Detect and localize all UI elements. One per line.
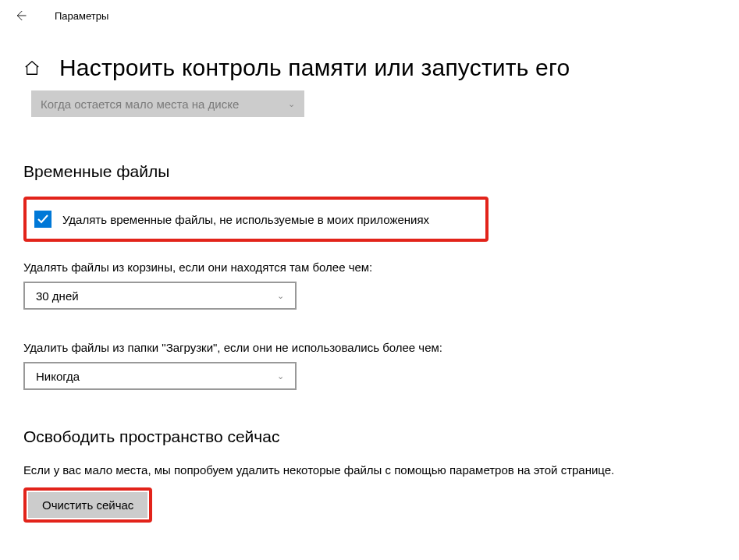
titlebar: Параметры: [0, 0, 739, 31]
chevron-down-icon: ⌄: [277, 291, 284, 301]
delete-temp-files-checkbox[interactable]: [34, 211, 52, 228]
downloads-select[interactable]: Никогда ⌄: [23, 362, 297, 390]
arrow-left-icon: [13, 9, 27, 23]
chevron-down-icon: ⌄: [277, 371, 284, 381]
recycle-bin-value: 30 дней: [36, 289, 79, 303]
delete-temp-files-label: Удалять временные файлы, не используемые…: [62, 213, 429, 226]
back-button[interactable]: [11, 6, 30, 25]
app-title: Параметры: [55, 10, 108, 22]
chevron-down-icon: ⌄: [288, 99, 295, 109]
run-storage-sense-dropdown[interactable]: Когда остается мало места на диске ⌄: [31, 90, 304, 117]
downloads-value: Никогда: [36, 370, 80, 383]
header-row: Настроить контроль памяти или запустить …: [0, 31, 739, 89]
delete-temp-files-row: Удалять временные файлы, не используемые…: [23, 197, 489, 242]
freeup-description: Если у вас мало места, мы попробуем удал…: [23, 463, 716, 477]
home-icon: [23, 59, 41, 76]
clear-now-button[interactable]: Очистить сейчас: [28, 492, 147, 518]
checkmark-icon: [37, 213, 49, 225]
freeup-heading: Освободить пространство сейчас: [23, 427, 716, 446]
home-button[interactable]: [23, 59, 41, 76]
recycle-bin-select[interactable]: 30 дней ⌄: [23, 282, 297, 310]
temp-files-heading: Временные файлы: [23, 162, 716, 181]
content-area: Когда остается мало места на диске ⌄ Вре…: [0, 90, 739, 546]
clear-now-highlight: Очистить сейчас: [23, 487, 152, 523]
recycle-bin-label: Удалять файлы из корзины, если они наход…: [23, 261, 716, 274]
page-title: Настроить контроль памяти или запустить …: [59, 55, 570, 81]
downloads-label: Удалить файлы из папки "Загрузки", если …: [23, 341, 716, 354]
dropdown-value: Когда остается мало места на диске: [41, 97, 239, 111]
